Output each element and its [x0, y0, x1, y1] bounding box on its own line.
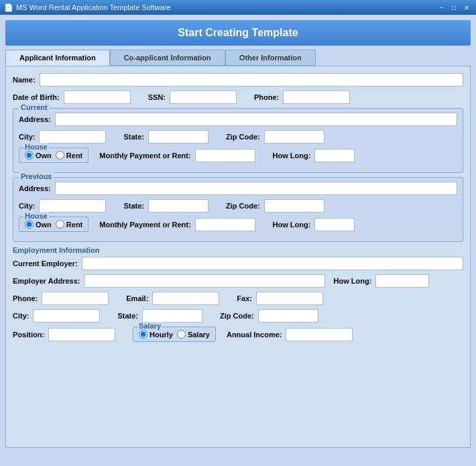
emp-address-label: Employer Address:: [13, 277, 80, 285]
tab-applicant[interactable]: Applicant Information: [5, 50, 110, 66]
employer-row: Current Employer:: [13, 257, 463, 270]
current-address-label: Address:: [19, 115, 51, 123]
current-howlong-input[interactable]: [314, 149, 355, 162]
previous-city-label: City:: [19, 202, 35, 210]
current-monthly-input[interactable]: [195, 149, 255, 162]
current-city-label: City:: [19, 133, 35, 141]
dob-input[interactable]: [64, 91, 131, 104]
previous-own-radio[interactable]: [25, 220, 34, 229]
previous-howlong-input[interactable]: [314, 218, 355, 231]
previous-rent-radio[interactable]: [56, 220, 64, 229]
position-label: Position:: [13, 331, 44, 339]
maximize-button[interactable]: □: [449, 3, 459, 12]
emp-address-row: Employer Address: How Long:: [13, 274, 463, 288]
current-city-input[interactable]: [39, 130, 106, 143]
emp-fax-label: Fax:: [237, 294, 252, 302]
current-own-label: Own: [36, 152, 52, 160]
previous-own-label: Own: [36, 221, 52, 229]
annual-input[interactable]: [286, 328, 353, 341]
previous-address-label: Address:: [19, 184, 51, 192]
current-city-row: City: State: Zip Code:: [19, 130, 457, 143]
previous-house-box: House Own Rent: [19, 217, 88, 232]
emp-city-row: City: State: Zip Code:: [13, 309, 463, 323]
current-zip-input[interactable]: [264, 130, 324, 143]
position-row: Position: Salary Hourly Salary Annual In…: [13, 327, 463, 342]
previous-state-label: State:: [123, 202, 144, 210]
hourly-radio[interactable]: [139, 330, 147, 339]
emp-address-input[interactable]: [84, 274, 325, 288]
position-input[interactable]: [48, 328, 115, 341]
tab-other[interactable]: Other Information: [225, 50, 316, 66]
previous-house-row: House Own Rent Monthly Payment or Rent: …: [19, 217, 457, 232]
name-row: Name:: [13, 73, 463, 86]
previous-zip-label: Zip Code:: [226, 202, 260, 210]
current-howlong-label: How Long:: [273, 152, 311, 160]
emp-howlong-label: How Long:: [333, 277, 371, 285]
emp-phone-input[interactable]: [42, 292, 109, 305]
dob-label: Date of Birth:: [13, 93, 60, 101]
emp-phone-row: Phone: Email: Fax:: [13, 292, 463, 305]
current-own-radio[interactable]: [25, 151, 34, 160]
tab-coapplicant[interactable]: Co-applicant Information: [110, 50, 225, 66]
current-house-box: House Own Rent: [19, 148, 88, 163]
phone-input[interactable]: [283, 91, 350, 104]
close-button[interactable]: ✕: [461, 3, 472, 12]
emp-city-input[interactable]: [33, 309, 100, 323]
current-rent-group: Rent: [56, 151, 82, 160]
emp-phone-label: Phone:: [13, 294, 38, 302]
ssn-input[interactable]: [170, 91, 237, 104]
previous-own-group: Own: [25, 220, 52, 229]
previous-rent-label: Rent: [66, 221, 82, 229]
main-container: Start Creating Template Applicant Inform…: [0, 15, 476, 453]
emp-state-input[interactable]: [142, 309, 202, 323]
previous-monthly-label: Monthly Payment or Rent:: [99, 221, 190, 229]
ssn-label: SSN:: [148, 93, 166, 101]
previous-rent-group: Rent: [56, 220, 82, 229]
previous-state-input[interactable]: [148, 199, 209, 213]
current-zip-label: Zip Code:: [226, 133, 260, 141]
current-rent-label: Rent: [66, 152, 82, 160]
minimize-button[interactable]: −: [437, 3, 447, 12]
salary-radio[interactable]: [177, 330, 186, 339]
emp-howlong-input[interactable]: [375, 274, 429, 288]
phone-label: Phone:: [254, 93, 279, 101]
form-area: Name: Date of Birth: SSN: Phone: Current…: [5, 66, 471, 448]
previous-zip-input[interactable]: [264, 199, 324, 213]
title-bar-controls[interactable]: − □ ✕: [437, 3, 472, 12]
previous-city-input[interactable]: [39, 199, 106, 213]
emp-fax-input[interactable]: [256, 292, 323, 305]
title-bar: 📄 MS Word Rental Application Template So…: [0, 0, 476, 15]
app-icon: 📄: [4, 3, 13, 12]
current-house-label: House: [23, 143, 49, 151]
previous-address-input[interactable]: [55, 182, 457, 195]
previous-section-label: Previous: [19, 172, 54, 180]
employer-label: Current Employer:: [13, 259, 78, 268]
current-own-group: Own: [25, 151, 52, 160]
hourly-label: Hourly: [150, 331, 173, 339]
current-address-row: Address:: [19, 113, 457, 126]
dob-ssn-phone-row: Date of Birth: SSN: Phone:: [13, 91, 463, 104]
employer-input[interactable]: [82, 257, 463, 270]
previous-section: Previous Address: City: State: Zip Code:…: [13, 177, 463, 242]
current-state-input[interactable]: [148, 130, 209, 143]
emp-email-input[interactable]: [152, 292, 219, 305]
emp-zip-input[interactable]: [258, 309, 318, 323]
salary-radio-group: Salary: [177, 330, 210, 339]
previous-monthly-input[interactable]: [195, 218, 255, 231]
current-house-row: House Own Rent Monthly Payment or Rent: …: [19, 148, 457, 163]
salary-radio-label: Salary: [188, 331, 210, 339]
current-monthly-label: Monthly Payment or Rent:: [99, 152, 190, 160]
name-label: Name:: [13, 76, 36, 84]
previous-howlong-label: How Long:: [273, 221, 311, 229]
name-input[interactable]: [40, 73, 463, 86]
tab-bar: Applicant Information Co-applicant Infor…: [5, 50, 471, 66]
emp-email-label: Email:: [126, 294, 148, 302]
current-rent-radio[interactable]: [56, 151, 64, 160]
header-title: Start Creating Template: [5, 20, 471, 46]
emp-city-label: City:: [13, 312, 29, 320]
employment-label: Employment Information: [13, 246, 463, 254]
current-address-input[interactable]: [55, 113, 457, 126]
window-title: MS Word Rental Application Template Soft…: [16, 3, 171, 11]
previous-address-row: Address:: [19, 182, 457, 195]
salary-box: Salary Hourly Salary: [133, 327, 216, 342]
